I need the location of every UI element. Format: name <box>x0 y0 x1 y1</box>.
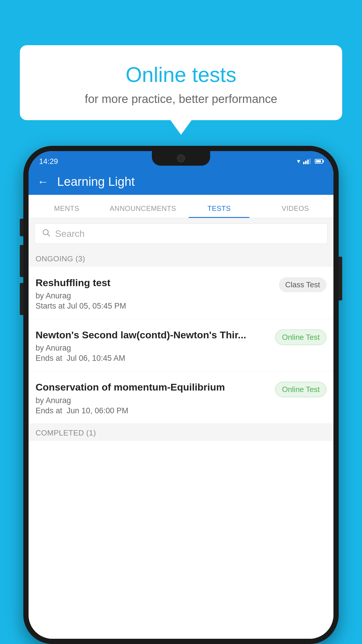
phone-power-button <box>339 257 342 300</box>
test-time-1: Starts at Jul 05, 05:45 PM <box>36 302 274 311</box>
phone-screen: 14:29 ▾ <box>29 151 333 639</box>
test-author-2: by Anurag <box>36 344 270 353</box>
svg-line-1 <box>48 234 50 236</box>
test-author-1: by Anurag <box>36 291 274 300</box>
test-item-2[interactable]: Newton's Second law(contd)-Newton's Thir… <box>29 319 333 371</box>
test-name-1: Reshuffling test <box>36 276 274 289</box>
phone-camera <box>177 154 185 162</box>
tab-tests[interactable]: TESTS <box>181 204 257 218</box>
search-bar[interactable]: Search <box>34 223 328 244</box>
test-info-1: Reshuffling test by Anurag Starts at Jul… <box>36 276 274 311</box>
status-icons: ▾ <box>297 158 323 165</box>
test-item-1[interactable]: Reshuffling test by Anurag Starts at Jul… <box>29 267 333 319</box>
speech-bubble-container: Online tests for more practice, better p… <box>20 45 342 120</box>
test-badge-3: Online Test <box>275 382 326 397</box>
test-list: Reshuffling test by Anurag Starts at Jul… <box>29 267 333 639</box>
test-badge-2: Online Test <box>275 330 326 345</box>
signal-bars <box>303 158 311 164</box>
test-name-2: Newton's Second law(contd)-Newton's Thir… <box>36 328 270 341</box>
tab-ments[interactable]: MENTS <box>29 204 105 218</box>
wifi-icon: ▾ <box>297 158 300 165</box>
bubble-title: Online tests <box>31 63 331 87</box>
battery-fill <box>316 160 321 162</box>
tab-announcements[interactable]: ANNOUNCEMENTS <box>105 204 181 218</box>
search-placeholder: Search <box>55 228 85 239</box>
speech-bubble: Online tests for more practice, better p… <box>20 45 342 120</box>
ongoing-label: ONGOING (3) <box>36 254 85 263</box>
test-info-3: Conservation of momentum-Equilibrium by … <box>36 381 270 415</box>
battery-icon <box>315 159 323 164</box>
ongoing-section-header: ONGOING (3) <box>29 249 333 267</box>
phone-notch <box>152 151 210 166</box>
tabs-bar: MENTS ANNOUNCEMENTS TESTS VIDEOS <box>29 195 333 218</box>
search-icon <box>42 228 50 239</box>
app-header: ← Learning Light <box>29 169 333 195</box>
bubble-subtitle: for more practice, better performance <box>31 92 331 106</box>
signal-bar-2 <box>305 161 307 164</box>
test-time-2: Ends at Jul 06, 10:45 AM <box>36 354 270 363</box>
test-name-3: Conservation of momentum-Equilibrium <box>36 381 270 393</box>
search-container: Search <box>29 218 333 249</box>
phone-mockup: 14:29 ▾ <box>23 146 339 644</box>
test-author-3: by Anurag <box>36 396 270 405</box>
test-time-3: Ends at Jun 10, 06:00 PM <box>36 406 270 415</box>
back-button[interactable]: ← <box>37 176 48 188</box>
phone-volume-up <box>20 219 23 236</box>
phone-volume-down <box>20 245 23 277</box>
completed-section-header: COMPLETED (1) <box>29 424 333 441</box>
signal-bar-3 <box>307 160 309 164</box>
test-info-2: Newton's Second law(contd)-Newton's Thir… <box>36 328 270 363</box>
app-title: Learning Light <box>57 175 135 189</box>
phone-outer: 14:29 ▾ <box>23 146 339 644</box>
phone-volume-down2 <box>20 283 23 315</box>
test-item-3[interactable]: Conservation of momentum-Equilibrium by … <box>29 371 333 424</box>
signal-bar-1 <box>303 162 305 164</box>
signal-bar-4 <box>309 158 311 164</box>
tab-videos[interactable]: VIDEOS <box>257 204 334 218</box>
completed-label: COMPLETED (1) <box>36 428 96 437</box>
test-badge-1: Class Test <box>279 277 326 292</box>
